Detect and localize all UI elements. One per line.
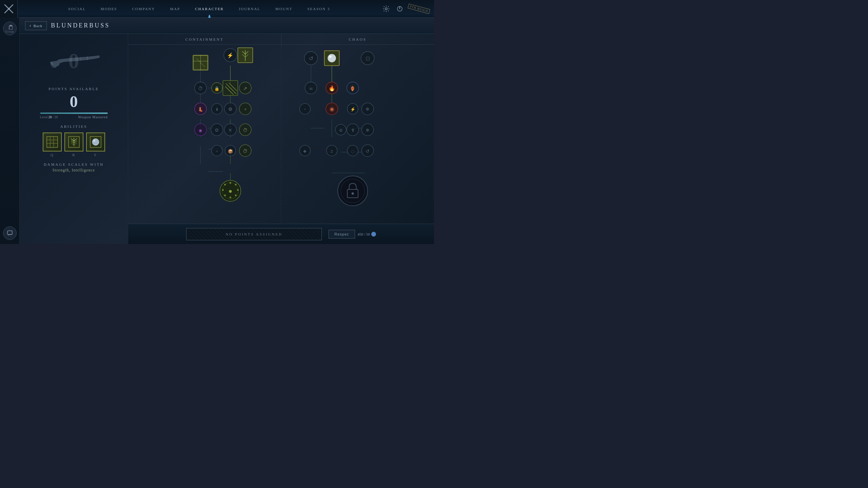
svg-point-94 [235, 184, 237, 185]
svg-point-116 [326, 103, 338, 115]
svg-rect-59 [238, 48, 253, 63]
ability-r: R [64, 133, 83, 157]
svg-point-122 [335, 124, 346, 135]
power-button[interactable] [394, 3, 405, 14]
svg-point-80 [224, 124, 236, 136]
svg-point-97 [230, 197, 231, 198]
sidebar: Group [0, 18, 20, 244]
svg-point-139 [352, 192, 354, 195]
ability-f-icon[interactable] [86, 133, 105, 151]
points-value: 0 [40, 94, 108, 110]
svg-point-82 [239, 124, 251, 136]
svg-text:◉: ◉ [199, 128, 202, 133]
level-label: Level 20 / 20 [40, 115, 58, 119]
xp-bar-fill [40, 113, 108, 114]
svg-point-99 [222, 189, 224, 191]
ability-q-icon[interactable] [43, 133, 62, 151]
skill-tree-canvas: ⚡ ⏱ 🔒 ↗ [128, 45, 434, 224]
svg-rect-65 [223, 81, 238, 96]
chaos-label: CHAOS [281, 34, 434, 45]
svg-line-51 [196, 58, 205, 67]
nav-map[interactable]: MAP [163, 0, 188, 18]
svg-point-95 [237, 189, 239, 191]
svg-rect-6 [9, 26, 13, 29]
nav-mount[interactable]: MOUNT [268, 0, 300, 18]
svg-point-22 [92, 139, 99, 145]
svg-text:↺: ↺ [366, 148, 370, 154]
bottom-bar: NO POINTS ASSIGNED Respec 450 / 50 [128, 224, 434, 244]
back-button[interactable]: ‹ Back [25, 21, 47, 30]
no-points-box: NO POINTS ASSIGNED [186, 228, 322, 240]
svg-text:+: + [304, 107, 306, 112]
nav-company[interactable]: COMPANY [124, 0, 162, 18]
svg-point-134 [362, 145, 374, 157]
ability-q: Q [43, 133, 62, 157]
nav-right-controls: PTR BUILD [381, 3, 434, 14]
svg-text:⚙: ⚙ [228, 106, 233, 112]
svg-point-100 [224, 184, 226, 185]
ability-f-key: F [94, 153, 97, 157]
group-label: Group [5, 30, 14, 33]
respec-button[interactable]: Respec [329, 230, 355, 239]
tree-header: CONTAINMENT CHAOS [128, 34, 434, 45]
svg-text:⚙: ⚙ [215, 127, 219, 133]
svg-point-112 [347, 82, 359, 94]
svg-text:✚: ✚ [303, 149, 307, 154]
points-section: POINTS AVAILABLE 0 Level 20 / 20 Weapon … [40, 87, 108, 119]
svg-text:⚡: ⚡ [350, 107, 356, 112]
svg-text:⏱: ⏱ [243, 127, 248, 133]
damage-section: DAMAGE SCALES WITH Strength, Intelligenc… [44, 162, 104, 173]
svg-point-104 [328, 54, 336, 62]
svg-text:●: ● [229, 187, 233, 195]
weapon-illustration [47, 47, 101, 75]
svg-point-76 [195, 124, 206, 136]
abilities-row: Q R [26, 133, 121, 157]
nav-modes[interactable]: MODES [93, 0, 125, 18]
svg-text:⚙: ⚙ [339, 128, 343, 133]
abilities-title: ABILITIES [26, 124, 121, 128]
ability-q-key: Q [51, 153, 54, 157]
settings-button[interactable] [381, 3, 392, 14]
left-panel: 0 POINTS AVAILABLE 0 [20, 34, 128, 244]
ability-f: F [86, 133, 105, 157]
svg-text:☠: ☠ [309, 86, 313, 91]
svg-point-108 [305, 82, 317, 94]
svg-text:↺: ↺ [309, 56, 313, 61]
group-button[interactable]: Group [3, 22, 17, 35]
svg-point-137 [341, 179, 364, 203]
svg-text:⏱: ⏱ [198, 86, 203, 91]
active-indicator [209, 15, 211, 17]
svg-point-66 [239, 82, 251, 94]
svg-point-98 [224, 195, 226, 196]
svg-point-70 [212, 103, 222, 114]
nav-journal[interactable]: JOURNAL [231, 0, 268, 18]
svg-text:⚡: ⚡ [227, 52, 234, 59]
svg-rect-50 [193, 55, 208, 70]
svg-text:❄: ❄ [366, 106, 370, 112]
svg-point-2 [8, 8, 10, 10]
sidebar-bottom [3, 226, 17, 240]
svg-point-78 [211, 124, 223, 136]
damage-label: DAMAGE SCALES WITH [44, 162, 104, 166]
points-label: POINTS AVAILABLE [40, 87, 108, 91]
nav-season3[interactable]: SEASON 3 [300, 0, 337, 18]
svg-text:◉: ◉ [330, 106, 334, 112]
abilities-section: ABILITIES [26, 124, 121, 157]
svg-point-106 [361, 52, 374, 65]
nav-logo[interactable] [0, 0, 18, 18]
containment-label: CONTAINMENT [128, 34, 281, 45]
svg-point-74 [239, 103, 251, 115]
chat-button[interactable] [3, 226, 17, 240]
svg-rect-138 [347, 189, 358, 198]
ability-r-icon[interactable] [64, 133, 83, 151]
svg-text:↗: ↗ [243, 86, 247, 91]
no-points-text: NO POINTS ASSIGNED [225, 232, 282, 236]
svg-point-128 [300, 145, 311, 156]
svg-point-84 [212, 145, 222, 156]
content-body: 0 POINTS AVAILABLE 0 [20, 34, 434, 244]
nav-social[interactable]: SOCIAL [61, 0, 93, 18]
nav-character[interactable]: CHARACTER [188, 0, 231, 18]
respec-cost: 450 / 50 [358, 232, 376, 237]
svg-point-96 [235, 195, 237, 196]
azoth-icon [371, 232, 376, 237]
